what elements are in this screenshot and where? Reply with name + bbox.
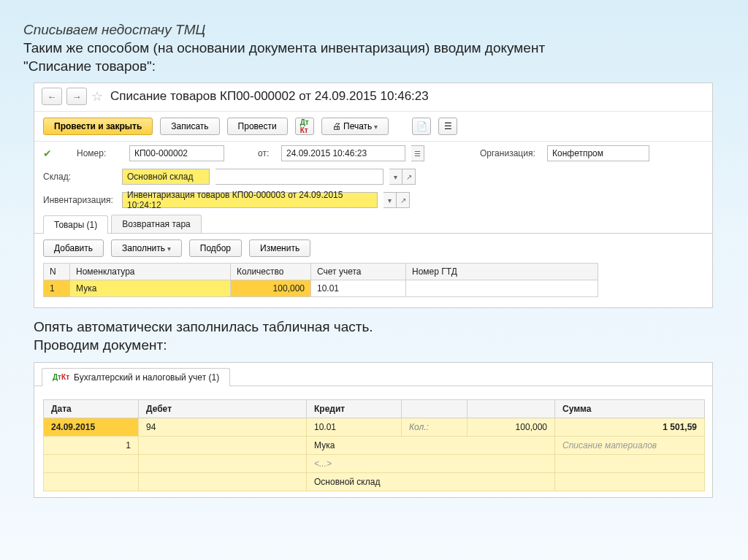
row-number: ✔ Номер: КП00-000002 от: 24.09.2015 10:4… — [34, 142, 712, 165]
sklad-dropdown-icon[interactable]: ▾ — [389, 169, 402, 185]
posting-tab-label: Бухгалтерский и налоговый учет (1) — [74, 372, 219, 383]
forward-button[interactable]: → — [66, 88, 87, 105]
items-toolbar: Добавить Заполнить Подбор Изменить — [34, 234, 712, 263]
sklad-ext — [215, 169, 383, 185]
favorite-star-icon[interactable]: ☆ — [91, 88, 103, 104]
posting-table: Дата Дебет Кредит Сумма 24.09.2015 94 10… — [43, 399, 705, 491]
items-table: N Номенклатура Количество Счет учета Ном… — [43, 263, 598, 297]
pcell-kredit-sub1: Мука — [307, 436, 555, 454]
pcol-kredit: Кредит — [307, 399, 402, 418]
pcol-date: Дата — [44, 399, 139, 418]
comment-line2: Проводим документ: — [34, 337, 167, 353]
list-icon[interactable]: ☰ — [438, 118, 457, 135]
inv-dropdown-icon[interactable]: ▾ — [383, 192, 397, 208]
posting-row[interactable]: 1 Мука Списание материалов — [44, 436, 705, 454]
tab-items[interactable]: Товары (1) — [43, 215, 108, 234]
desc-line1: Таким же способом (на основании документ… — [23, 40, 545, 55]
back-button[interactable]: ← — [42, 88, 62, 105]
pcell-op: Списание материалов — [555, 436, 705, 454]
dt-kt-icon[interactable]: ДтКт — [295, 118, 314, 135]
row-inventory: Инвентаризация: Инвентаризация товаров К… — [34, 188, 712, 212]
cell-n: 1 — [44, 280, 70, 297]
change-button[interactable]: Изменить — [249, 239, 310, 257]
pcell-kredit-sub3: Основной склад — [307, 472, 555, 491]
posting-tabstrip: ДтКт Бухгалтерский и налоговый учет (1) — [34, 363, 712, 386]
slide-description: Таким же способом (на основании документ… — [23, 39, 725, 75]
pcell-sum: 1 501,59 — [555, 418, 705, 436]
inv-open-icon[interactable]: ↗ — [397, 192, 410, 208]
pcell-kol: 100,000 — [468, 418, 555, 436]
pcell-kol-label: Кол.: — [402, 418, 468, 436]
report-icon[interactable]: 📄 — [412, 118, 431, 135]
table-row[interactable]: 1 Мука 100,000 10.01 — [44, 280, 598, 297]
print-label: Печать — [343, 121, 372, 131]
col-n: N — [44, 264, 70, 280]
col-account: Счет учета — [311, 264, 406, 280]
document-window: ← → ☆ Списание товаров КП00-000002 от 24… — [34, 83, 713, 308]
comment-block: Опять автоматически заполнилась таблична… — [34, 318, 725, 354]
posting-row[interactable]: 24.09.2015 94 10.01 Кол.: 100,000 1 501,… — [44, 418, 705, 436]
cell-account: 10.01 — [311, 280, 406, 297]
org-label: Организация: — [480, 148, 541, 158]
dt-kt-small-icon: ДтКт — [53, 373, 69, 381]
date-input[interactable]: 24.09.2015 10:46:23 — [281, 145, 405, 161]
save-button[interactable]: Записать — [160, 118, 219, 135]
cell-qty: 100,000 — [231, 280, 311, 297]
pcol-sum: Сумма — [555, 399, 705, 418]
post-button[interactable]: Провести — [227, 118, 288, 135]
fill-button[interactable]: Заполнить — [111, 239, 182, 257]
items-tabstrip: Товары (1) Возвратная тара — [34, 215, 712, 234]
row-sklad: Склад: Основной склад ▾ ↗ — [34, 165, 712, 188]
status-check-icon: ✔ — [43, 147, 52, 159]
slide-heading-italic: Списываем недостачу ТМЦ — [23, 22, 725, 38]
date-label: от: — [258, 148, 275, 158]
window-topbar: ← → ☆ Списание товаров КП00-000002 от 24… — [34, 83, 712, 112]
tab-accounting[interactable]: ДтКт Бухгалтерский и налоговый учет (1) — [42, 368, 230, 386]
number-label: Номер: — [77, 148, 123, 158]
posting-row[interactable]: <...> — [44, 454, 705, 472]
pcol-debet: Дебет — [139, 399, 307, 418]
sklad-input[interactable]: Основной склад — [122, 169, 210, 185]
org-input[interactable]: Конфетпром — [547, 145, 649, 161]
sklad-open-icon[interactable]: ↗ — [402, 169, 416, 185]
cell-gtd — [406, 280, 598, 297]
podbor-button[interactable]: Подбор — [189, 239, 242, 257]
date-picker-icon[interactable]: ☰ — [411, 145, 424, 161]
print-button[interactable]: 🖨 Печать — [321, 118, 389, 135]
col-nom: Номенклатура — [70, 264, 231, 280]
post-and-close-button[interactable]: Провести и закрыть — [43, 118, 153, 135]
pcell-date: 24.09.2015 — [44, 418, 139, 436]
pcell-n: 1 — [44, 436, 139, 454]
pcell-kredit-acc: 10.01 — [307, 418, 402, 436]
posting-row[interactable]: Основной склад — [44, 472, 705, 491]
pcell-kredit-sub2: <...> — [307, 454, 555, 472]
col-qty: Количество — [231, 264, 311, 280]
tab-tara[interactable]: Возвратная тара — [111, 215, 202, 233]
pcell-debet: 94 — [139, 418, 307, 436]
inv-input[interactable]: Инвентаризация товаров КП00-000003 от 24… — [122, 192, 378, 208]
sklad-label: Склад: — [43, 172, 116, 182]
posting-window: ДтКт Бухгалтерский и налоговый учет (1) … — [34, 362, 713, 498]
add-button[interactable]: Добавить — [43, 239, 104, 257]
main-toolbar: Провести и закрыть Записать Провести ДтК… — [34, 112, 712, 142]
desc-line2: "Списание товаров": — [23, 58, 156, 74]
cell-nom: Мука — [70, 280, 231, 297]
document-title: Списание товаров КП00-000002 от 24.09.20… — [110, 89, 429, 104]
inv-label: Инвентаризация: — [43, 195, 116, 205]
comment-line1: Опять автоматически заполнилась таблична… — [34, 319, 373, 334]
number-input[interactable]: КП00-000002 — [129, 145, 224, 161]
col-gtd: Номер ГТД — [406, 264, 598, 280]
